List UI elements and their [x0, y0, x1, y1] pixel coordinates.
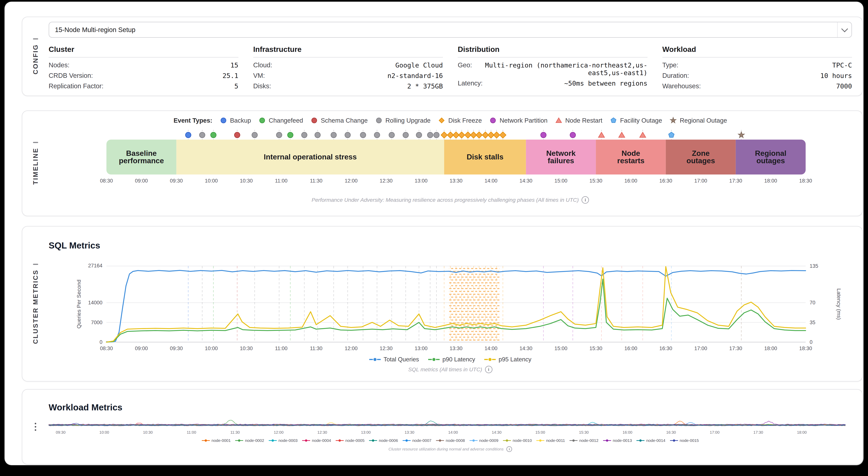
- legend-item-p90-latency[interactable]: p90 Latency: [428, 356, 475, 363]
- section-gutter-cluster-metrics[interactable]: CLUSTER METRICS: [22, 227, 49, 381]
- event-type-label: Regional Outage: [680, 117, 727, 124]
- legend-item-node-0002[interactable]: node-0002: [235, 438, 264, 443]
- section-label-timeline[interactable]: TIMELINE: [32, 148, 39, 185]
- legend-item-node-0001[interactable]: node-0001: [202, 438, 230, 443]
- event-marker-schema-change[interactable]: [235, 132, 240, 138]
- svg-text:10:00: 10:00: [99, 430, 109, 435]
- collapse-icon[interactable]: [33, 142, 38, 143]
- event-marker-disk-freeze[interactable]: [441, 132, 447, 138]
- config-label: Replication Factor:: [49, 83, 103, 90]
- svg-text:13:30: 13:30: [450, 178, 463, 184]
- event-marker-rolling-upgrade[interactable]: [427, 132, 433, 138]
- event-marker-node-restart[interactable]: [619, 132, 625, 137]
- legend-item-node-0014[interactable]: node-0014: [637, 438, 665, 443]
- info-icon[interactable]: [485, 366, 492, 373]
- config-column-title: Workload: [662, 45, 852, 54]
- event-marker-backup[interactable]: [186, 132, 191, 138]
- legend-item-node-0008[interactable]: node-0008: [436, 438, 465, 443]
- section-gutter-workload[interactable]: [22, 390, 49, 464]
- legend-item-node-0013[interactable]: node-0013: [603, 438, 632, 443]
- line-dot-icon: [202, 438, 210, 443]
- event-marker-disk-freeze[interactable]: [500, 132, 506, 138]
- legend-item-node-0015[interactable]: node-0015: [670, 438, 699, 443]
- legend-label: p90 Latency: [442, 356, 475, 363]
- svg-text:135: 135: [810, 263, 818, 269]
- legend-item-node-0009[interactable]: node-0009: [470, 438, 498, 443]
- event-marker-rolling-upgrade[interactable]: [434, 132, 439, 138]
- legend-label: p95 Latency: [499, 356, 531, 363]
- event-marker-changefeed[interactable]: [288, 132, 293, 138]
- event-marker-rolling-upgrade[interactable]: [199, 132, 205, 138]
- event-marker-network-partition[interactable]: [570, 132, 576, 138]
- legend-item-node-0004[interactable]: node-0004: [302, 438, 331, 443]
- config-value: Multi-region (northamerica-northeast2,us…: [479, 61, 648, 77]
- event-marker-rolling-upgrade[interactable]: [403, 132, 408, 138]
- event-marker-rolling-upgrade[interactable]: [252, 132, 257, 138]
- legend-item-p95-latency[interactable]: p95 Latency: [484, 356, 531, 363]
- event-marker-changefeed[interactable]: [211, 132, 216, 138]
- event-marker-rolling-upgrade[interactable]: [315, 132, 320, 138]
- event-type-legend-schema-change[interactable]: Schema Change: [310, 117, 368, 124]
- info-icon[interactable]: [582, 196, 589, 204]
- event-type-legend-node-restart[interactable]: Node Restart: [555, 117, 602, 124]
- legend-item-total-queries[interactable]: Total Queries: [369, 356, 419, 363]
- event-marker-rolling-upgrade[interactable]: [360, 132, 366, 138]
- event-type-legend-facility-outage[interactable]: Facility Outage: [610, 117, 662, 124]
- section-gutter-timeline[interactable]: TIMELINE: [22, 111, 49, 216]
- line-dot-icon: [302, 438, 310, 443]
- svg-text:Internal operational stress: Internal operational stress: [264, 153, 357, 161]
- config-section: CONFIG 15-Node Multi-region Setup Cluste…: [22, 17, 863, 96]
- vertical-ellipsis-icon[interactable]: [35, 423, 36, 431]
- cluster-setup-dropdown[interactable]: 15-Node Multi-region Setup: [49, 22, 852, 38]
- section-gutter-config[interactable]: CONFIG: [22, 17, 49, 96]
- event-type-legend-backup[interactable]: Backup: [220, 117, 251, 124]
- event-type-legend-changefeed[interactable]: Changefeed: [258, 117, 303, 124]
- legend-item-node-0007[interactable]: node-0007: [403, 438, 431, 443]
- event-marker-disk-freeze[interactable]: [459, 132, 465, 138]
- workload-metrics-content: Workload Metrics 09:3010:0010:3011:0011:…: [49, 390, 862, 464]
- section-label-config[interactable]: CONFIG: [32, 44, 39, 74]
- config-row-geo-: Geo:Multi-region (northamerica-northeast…: [458, 60, 648, 78]
- event-marker-rolling-upgrade[interactable]: [389, 132, 395, 138]
- sql-metrics-chart[interactable]: 0700014000271640357013508:3009:0009:3010…: [49, 253, 852, 355]
- legend-item-node-0003[interactable]: node-0003: [269, 438, 298, 443]
- svg-text:12:30: 12:30: [380, 346, 393, 351]
- svg-text:Zone: Zone: [692, 149, 710, 157]
- event-marker-disk-freeze[interactable]: [476, 132, 482, 138]
- event-type-legend-disk-freeze[interactable]: Disk Freeze: [438, 117, 482, 124]
- event-type-legend-regional-outage[interactable]: Regional Outage: [670, 117, 727, 124]
- event-marker-disk-freeze[interactable]: [493, 132, 500, 138]
- event-marker-rolling-upgrade[interactable]: [374, 132, 380, 138]
- config-column-title: Cluster: [49, 45, 239, 54]
- event-marker-rolling-upgrade[interactable]: [302, 132, 307, 138]
- legend-item-node-0005[interactable]: node-0005: [336, 438, 365, 443]
- event-type-legend-rolling-upgrade[interactable]: Rolling Upgrade: [375, 117, 431, 124]
- event-marker-rolling-upgrade[interactable]: [416, 132, 422, 138]
- section-label-cluster-metrics[interactable]: CLUSTER METRICS: [32, 269, 39, 344]
- event-marker-rolling-upgrade[interactable]: [331, 132, 336, 138]
- info-icon[interactable]: [506, 446, 512, 452]
- config-label: Type:: [662, 61, 678, 69]
- config-column-title: Infrastructure: [253, 45, 443, 54]
- svg-text:Baseline: Baseline: [126, 149, 157, 157]
- collapse-icon[interactable]: [33, 264, 38, 265]
- legend-item-node-0012[interactable]: node-0012: [569, 438, 598, 443]
- event-marker-regional-outage[interactable]: [738, 132, 744, 137]
- legend-label: node-0003: [278, 438, 298, 443]
- svg-text:18:30: 18:30: [799, 346, 812, 351]
- event-type-legend-network-partition[interactable]: Network Partition: [489, 117, 548, 124]
- legend-item-node-0011[interactable]: node-0011: [536, 438, 565, 443]
- timeline-chart[interactable]: BaselineperformanceInternal operational …: [49, 129, 852, 188]
- event-marker-facility-outage[interactable]: [669, 132, 674, 137]
- collapse-icon[interactable]: [33, 38, 38, 39]
- event-marker-node-restart[interactable]: [640, 132, 646, 137]
- event-types-legend: Event Types: BackupChangefeedSchema Chan…: [49, 117, 852, 124]
- legend-item-node-0010[interactable]: node-0010: [503, 438, 532, 443]
- event-marker-network-partition[interactable]: [541, 132, 546, 138]
- legend-item-node-0006[interactable]: node-0006: [369, 438, 398, 443]
- workload-metrics-chart[interactable]: 09:3010:0010:3011:0011:3012:0012:3013:00…: [49, 416, 852, 436]
- event-type-label: Facility Outage: [620, 117, 662, 124]
- event-marker-node-restart[interactable]: [598, 132, 604, 137]
- event-marker-rolling-upgrade[interactable]: [345, 132, 350, 138]
- event-marker-rolling-upgrade[interactable]: [276, 132, 282, 138]
